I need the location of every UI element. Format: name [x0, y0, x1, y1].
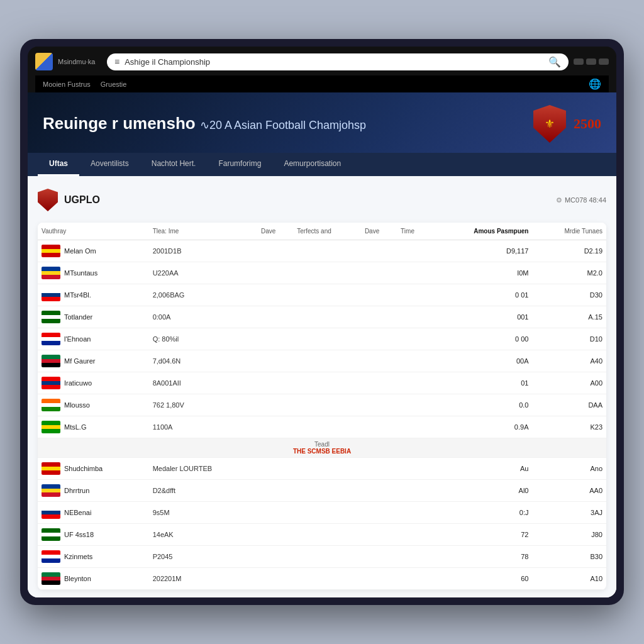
cell-terf — [293, 350, 361, 372]
cell-dave2 — [361, 350, 397, 372]
cell-dave1 — [257, 240, 293, 262]
cell-dave1 — [257, 262, 293, 284]
cell-dave1 — [257, 416, 293, 438]
cell-dave2 — [361, 480, 397, 502]
col-dave2: Dave — [361, 223, 397, 240]
search-text: Ashige il Championship — [125, 57, 543, 67]
cell-amount: Au — [431, 458, 533, 480]
table-row: Bleynton 202201M 60 A10 — [38, 568, 606, 590]
cell-dave2 — [361, 262, 397, 284]
section-header: Ugplo ⚙ MC078 48:44 — [38, 184, 606, 216]
table-row: Totlander 0:00A 001 A.15 — [38, 306, 606, 328]
cell-amount: 72 — [431, 524, 533, 546]
col-vauthray: Vauthray — [38, 223, 149, 240]
col-tlea: Tlea: Ime — [149, 223, 257, 240]
tab-farumforimg[interactable]: Farumforimg — [207, 153, 272, 176]
cell-media: D2.19 — [532, 240, 606, 262]
cell-country: Totlander — [38, 306, 149, 328]
search-icon[interactable]: 🔍 — [548, 56, 561, 68]
cell-time: 762 1,80V — [149, 394, 257, 416]
device-frame: Msindmu·ka ≡ Ashige il Championship 🔍 Mo… — [20, 39, 624, 605]
main-content: Reuinge r umensho ∿20 A Asian Football C… — [28, 92, 616, 597]
cell-terf — [293, 502, 361, 524]
search-bar[interactable]: ≡ Ashige il Championship 🔍 — [107, 53, 569, 70]
cell-country: l'Ehnoan — [38, 328, 149, 350]
table-row: Mf Gaurer 7,d04.6N 00A A40 — [38, 350, 606, 372]
cell-terf — [293, 306, 361, 328]
table-row: UF 4ss18 14eAK 72 J80 — [38, 524, 606, 546]
cell-terf — [293, 240, 361, 262]
cell-dave2 — [361, 394, 397, 416]
cell-country: Melan Om — [38, 240, 149, 262]
nav-link-2[interactable]: Gruestie — [101, 80, 127, 88]
cell-time2 — [397, 568, 431, 590]
cell-amount: 0:J — [431, 502, 533, 524]
cell-amount: 78 — [431, 546, 533, 568]
cell-terf — [293, 458, 361, 480]
col-media: Mrdie Tunaes — [532, 223, 606, 240]
cell-time: Medaler LOURTEB — [149, 458, 257, 480]
tab-aemurportisation[interactable]: Aemurportisation — [272, 153, 352, 176]
table-row: Mlousso 762 1,80V 0.0 DAA — [38, 394, 606, 416]
cell-time: 2,006BAG — [149, 284, 257, 306]
hero-banner: Reuinge r umensho ∿20 A Asian Football C… — [28, 92, 616, 153]
browser-dot-3 — [599, 58, 609, 65]
cell-media: AA0 — [532, 480, 606, 502]
table-header-row: Vauthray Tlea: Ime Dave Terfects and Dav… — [38, 223, 606, 240]
cell-amount: 60 — [431, 568, 533, 590]
table-row: Melan Om 2001D1B D9,117 D2.19 — [38, 240, 606, 262]
cell-dave2 — [361, 546, 397, 568]
globe-icon: 🌐 — [589, 78, 601, 90]
col-time: Time — [397, 223, 431, 240]
cell-media: J80 — [532, 524, 606, 546]
nav-link-1[interactable]: Mooien Fustrus — [43, 80, 91, 88]
cell-country: MTsuntaus — [38, 262, 149, 284]
cell-country: Iraticuwo — [38, 372, 149, 394]
browser-chrome: Msindmu·ka ≡ Ashige il Championship 🔍 Mo… — [28, 47, 616, 92]
cell-media: Ano — [532, 458, 606, 480]
cell-terf — [293, 394, 361, 416]
cell-dave2 — [361, 502, 397, 524]
cell-country: Mlousso — [38, 394, 149, 416]
cell-amount: 0 01 — [431, 284, 533, 306]
cell-country: MtsL.G — [38, 416, 149, 438]
cell-amount: 00A — [431, 350, 533, 372]
cell-amount: 01 — [431, 372, 533, 394]
table-container: Vauthray Tlea: Ime Dave Terfects and Dav… — [38, 223, 606, 590]
cell-dave1 — [257, 372, 293, 394]
section-title-area: Ugplo — [38, 189, 100, 211]
cell-media: D30 — [532, 284, 606, 306]
cell-terf — [293, 284, 361, 306]
cell-terf — [293, 416, 361, 438]
cell-amount: I0M — [431, 262, 533, 284]
cell-dave2 — [361, 284, 397, 306]
browser-dot-1 — [574, 58, 584, 65]
cell-country: MTsr4Bl. — [38, 284, 149, 306]
cell-terf — [293, 546, 361, 568]
cell-country: NEBenai — [38, 502, 149, 524]
cell-amount: Al0 — [431, 480, 533, 502]
cell-time: U220AA — [149, 262, 257, 284]
cell-dave2 — [361, 372, 397, 394]
cell-time2 — [397, 350, 431, 372]
nav-secondary: Mooien Fustrus Gruestie 🌐 — [35, 75, 609, 92]
browser-top: Msindmu·ka ≡ Ashige il Championship 🔍 — [35, 53, 609, 70]
cell-time: 1100A — [149, 416, 257, 438]
divider-row: TeadlTHE SCMSB EEBIA — [38, 438, 606, 458]
tab-uftas[interactable]: Uftas — [38, 153, 79, 176]
col-terfects: Terfects and — [293, 223, 361, 240]
cell-country: UF 4ss18 — [38, 524, 149, 546]
cell-terf — [293, 372, 361, 394]
tab-nachtot[interactable]: Nachtot Hert. — [140, 153, 208, 176]
cell-dave1 — [257, 546, 293, 568]
cell-time2 — [397, 546, 431, 568]
cell-time: D2&dfft — [149, 480, 257, 502]
tab-aoventilists[interactable]: Aoventilists — [79, 153, 140, 176]
cell-time: 8A001AII — [149, 372, 257, 394]
logo-text-badge: 2500 — [574, 116, 601, 132]
cell-amount: 0.0 — [431, 394, 533, 416]
cell-time: 202201M — [149, 568, 257, 590]
hamburger-icon: ≡ — [114, 57, 119, 67]
cell-country: Dhrrtrun — [38, 480, 149, 502]
cell-time: P2045 — [149, 546, 257, 568]
